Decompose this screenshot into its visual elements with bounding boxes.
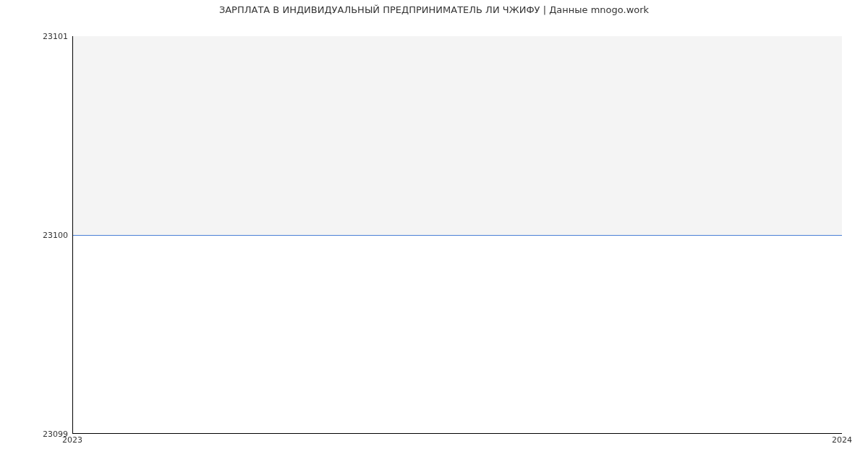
x-tick-label: 2023	[62, 435, 82, 445]
y-tick-label: 23101	[3, 32, 68, 41]
y-tick-label: 23099	[3, 430, 68, 439]
plot-area	[72, 36, 842, 434]
chart-title: ЗАРПЛАТА В ИНДИВИДУАЛЬНЫЙ ПРЕДПРИНИМАТЕЛ…	[0, 4, 868, 15]
line-series	[73, 235, 842, 236]
area-fill	[73, 36, 842, 235]
x-tick-label: 2024	[832, 435, 852, 445]
y-tick-label: 23100	[3, 231, 68, 240]
chart-container: ЗАРПЛАТА В ИНДИВИДУАЛЬНЫЙ ПРЕДПРИНИМАТЕЛ…	[0, 0, 868, 470]
